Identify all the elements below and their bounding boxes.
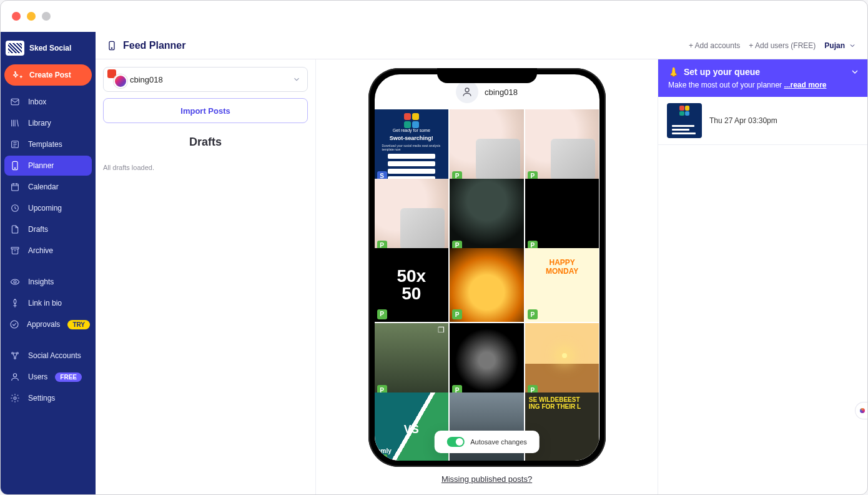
nav-approvals[interactable]: Approvals TRY — [4, 314, 92, 334]
queue-item-thumb — [667, 103, 702, 138]
nav-label: Approvals — [27, 320, 60, 329]
svg-point-16 — [465, 88, 469, 92]
gradient-dot-icon — [860, 408, 865, 413]
archive-icon — [9, 245, 21, 256]
status-tag: P — [377, 454, 387, 461]
post-text: SE WILDEBEEST ING FOR THEIR L — [529, 396, 596, 461]
add-accounts-link[interactable]: + Add accounts — [689, 41, 740, 50]
svg-point-7 — [14, 281, 16, 283]
svg-point-10 — [17, 352, 19, 354]
nav-label: Users — [28, 372, 47, 381]
account-name: cbing018 — [130, 75, 163, 84]
nav-planner[interactable]: Planner — [4, 156, 92, 176]
nav-label: Calendar — [28, 182, 59, 191]
svg-point-12 — [13, 374, 16, 377]
grid-post[interactable]: P — [525, 109, 599, 184]
grid-post[interactable]: P — [375, 323, 449, 398]
svg-point-8 — [11, 321, 18, 328]
grid-post[interactable]: P — [450, 248, 524, 322]
app-window: Sked Social Create Post Inbox Library — [0, 0, 868, 495]
user-name: Pujan — [824, 41, 845, 50]
nav-drafts[interactable]: Drafts — [4, 219, 92, 239]
help-widget[interactable] — [855, 402, 868, 419]
nav: Inbox Library Templates Planner Calendar — [1, 92, 96, 408]
nav-linkinbio[interactable]: Link in bio — [4, 293, 92, 313]
nav-library[interactable]: Library — [4, 113, 92, 133]
create-post-button[interactable]: Create Post — [4, 64, 92, 86]
linkinbio-icon — [9, 298, 21, 309]
templates-icon — [9, 139, 21, 150]
nav-label: Library — [28, 119, 51, 128]
right-panel: 👃 Set up your queue Make the most out of… — [658, 59, 867, 494]
post-text: Swot-searching! — [390, 135, 433, 141]
try-badge: TRY — [67, 320, 90, 329]
nav-settings[interactable]: Settings — [4, 388, 92, 408]
read-more-link[interactable]: ...read more — [784, 81, 826, 89]
status-tag: P — [452, 309, 462, 319]
inbox-icon — [9, 96, 21, 108]
queue-item[interactable]: Thu 27 Apr 03:30pm — [658, 97, 867, 145]
titlebar — [1, 1, 867, 32]
brand-name: Sked Social — [29, 44, 71, 52]
nav-label: Drafts — [28, 225, 48, 234]
window-close-dot[interactable] — [12, 12, 21, 21]
settings-icon — [9, 392, 21, 404]
grid-post[interactable]: P — [450, 323, 524, 398]
window-minimize-dot[interactable] — [27, 12, 36, 21]
nav-users[interactable]: Users FREE — [4, 367, 92, 387]
post-text: omly — [377, 448, 392, 454]
account-selector[interactable]: cbing018 — [103, 67, 308, 92]
post-text: 50x 50 — [397, 268, 426, 302]
planner-icon — [9, 160, 21, 171]
banner-collapse-button[interactable] — [850, 67, 860, 77]
create-post-label: Create Post — [29, 71, 71, 79]
nav-upcoming[interactable]: Upcoming — [4, 198, 92, 218]
grid-post[interactable]: P — [525, 323, 599, 398]
upcoming-icon — [9, 202, 21, 214]
profile-avatar — [456, 81, 478, 103]
nav-label: Social Accounts — [28, 351, 81, 360]
grid-post[interactable]: HAPPY MONDAYP — [525, 248, 599, 322]
queue-banner-sub-text: Make the most out of your planner — [668, 81, 782, 89]
insights-icon — [9, 276, 21, 288]
window-maximize-dot[interactable] — [42, 12, 51, 21]
brand: Sked Social — [1, 34, 96, 64]
autosave-switch[interactable] — [446, 437, 464, 447]
grid-post[interactable]: P — [525, 179, 599, 253]
nav-label: Planner — [28, 161, 54, 170]
svg-point-3 — [14, 168, 15, 168]
drafts-icon — [9, 224, 21, 235]
nav-calendar[interactable]: Calendar — [4, 177, 92, 197]
import-posts-button[interactable]: Import Posts — [103, 98, 308, 123]
nav-templates[interactable]: Templates — [4, 134, 92, 154]
grid-post[interactable]: 50x 50P — [375, 248, 449, 322]
content: cbing018 Import Posts Drafts All drafts … — [96, 59, 867, 494]
nav-archive[interactable]: Archive — [4, 241, 92, 261]
queue-banner-title: 👃 Set up your queue — [668, 67, 857, 77]
page-title: Feed Planner — [107, 39, 185, 52]
post-text: Download your social media swot analysis… — [382, 144, 441, 151]
missing-posts-link[interactable]: Missing published posts? — [441, 474, 532, 484]
nav-inbox[interactable]: Inbox — [4, 92, 92, 112]
autosave-toggle-bar: Autosave changes — [434, 431, 540, 453]
nav-social-accounts[interactable]: Social Accounts — [4, 346, 92, 366]
user-menu[interactable]: Pujan — [824, 41, 856, 50]
phone-frame: cbing018 Get ready for some Swot-searchi… — [368, 68, 606, 467]
svg-point-15 — [111, 48, 112, 48]
approvals-icon — [9, 319, 19, 330]
nav-insights[interactable]: Insights — [4, 272, 92, 292]
grid-post[interactable]: Get ready for some Swot-searching! Downl… — [375, 109, 449, 184]
social-accounts-icon — [9, 350, 21, 361]
grid-post[interactable]: P — [450, 109, 524, 184]
grid-post[interactable]: P — [375, 179, 449, 253]
chevron-down-icon — [292, 75, 301, 84]
nose-emoji-icon: 👃 — [668, 67, 679, 77]
autosave-label: Autosave changes — [470, 438, 527, 446]
add-users-link[interactable]: + Add users (FREE) — [749, 41, 816, 50]
svg-point-9 — [12, 352, 14, 354]
library-icon — [9, 118, 21, 129]
grid-post[interactable]: P — [450, 179, 524, 253]
free-badge: FREE — [55, 372, 82, 382]
svg-rect-4 — [12, 184, 19, 191]
status-tag: P — [528, 309, 538, 319]
